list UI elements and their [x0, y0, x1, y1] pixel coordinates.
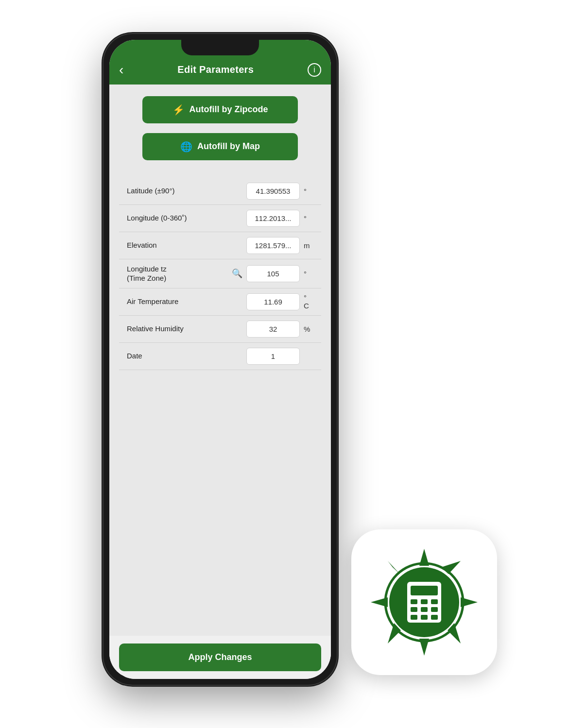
date-label: Date	[127, 351, 242, 361]
apply-changes-container: Apply Changes	[109, 636, 331, 679]
phone-screen: ‹ Edit Parameters i ⚡ Autofill by Zipcod…	[109, 40, 331, 679]
longitude-tz-row: Longitude tz(Time Zone) 🔍 °	[119, 259, 321, 288]
latitude-unit: °	[304, 187, 313, 195]
app-icon	[351, 529, 497, 675]
date-row: Date	[119, 343, 321, 370]
relative-humidity-row: Relative Humidity %	[119, 316, 321, 343]
air-temperature-row: Air Temperature ° C	[119, 288, 321, 316]
relative-humidity-input[interactable]	[246, 321, 300, 338]
longitude-tz-label: Longitude tz(Time Zone)	[127, 264, 228, 283]
svg-rect-18	[411, 615, 417, 620]
air-temperature-label: Air Temperature	[127, 297, 242, 306]
lightning-icon: ⚡	[172, 104, 185, 116]
latitude-row: Latitude (±90°) °	[119, 178, 321, 205]
svg-rect-17	[431, 607, 438, 612]
longitude-label: Longitude (0-360˚)	[127, 213, 242, 223]
svg-rect-13	[421, 599, 428, 604]
search-icon[interactable]: 🔍	[232, 268, 242, 279]
latitude-label: Latitude (±90°)	[127, 186, 242, 196]
phone-shell: ‹ Edit Parameters i ⚡ Autofill by Zipcod…	[103, 34, 337, 685]
app-icon-inner	[366, 544, 483, 660]
svg-rect-11	[411, 586, 438, 595]
globe-icon: 🌐	[180, 141, 192, 152]
relative-humidity-unit: %	[304, 325, 313, 333]
page-title: Edit Parameters	[177, 64, 254, 75]
air-temperature-unit: ° C	[304, 293, 313, 310]
elevation-label: Elevation	[127, 240, 242, 250]
svg-rect-16	[421, 607, 428, 612]
autofill-zipcode-button[interactable]: ⚡ Autofill by Zipcode	[142, 96, 298, 123]
app-content: ⚡ Autofill by Zipcode 🌐 Autofill by Map …	[109, 85, 331, 675]
air-temperature-input[interactable]	[246, 293, 300, 310]
svg-rect-15	[411, 607, 417, 612]
apply-changes-button[interactable]: Apply Changes	[119, 643, 321, 671]
svg-rect-20	[431, 615, 438, 620]
svg-rect-14	[431, 599, 438, 604]
relative-humidity-label: Relative Humidity	[127, 324, 242, 334]
svg-rect-12	[411, 599, 417, 604]
longitude-input[interactable]	[246, 210, 300, 227]
svg-rect-19	[421, 615, 428, 620]
scene: ‹ Edit Parameters i ⚡ Autofill by Zipcod…	[74, 24, 512, 704]
elevation-input[interactable]	[246, 237, 300, 254]
elevation-row: Elevation m	[119, 232, 321, 259]
info-button[interactable]: i	[308, 63, 321, 77]
phone-notch	[181, 40, 259, 55]
date-input[interactable]	[246, 348, 300, 365]
longitude-unit: °	[304, 214, 313, 222]
elevation-unit: m	[304, 241, 313, 250]
fields-section: Latitude (±90°) ° Longitude (0-360˚) ° E…	[119, 174, 321, 374]
back-button[interactable]: ‹	[119, 63, 123, 77]
longitude-row: Longitude (0-360˚) °	[119, 205, 321, 232]
latitude-input[interactable]	[246, 183, 300, 200]
longitude-tz-unit: °	[304, 270, 313, 278]
longitude-tz-input[interactable]	[246, 265, 300, 282]
sun-calculator-icon	[366, 544, 483, 660]
autofill-map-button[interactable]: 🌐 Autofill by Map	[142, 133, 298, 160]
